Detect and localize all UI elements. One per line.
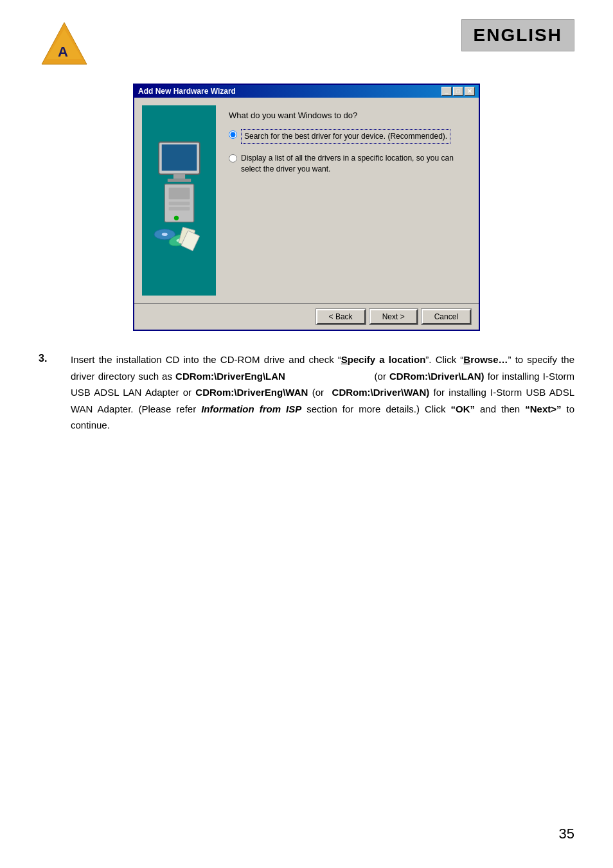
svg-rect-4 — [161, 145, 197, 171]
svg-rect-5 — [173, 174, 184, 179]
dialog-content: What do you want Windows to do? Search f… — [226, 105, 471, 296]
svg-point-13 — [161, 233, 167, 236]
radio-option-list: Display a list of all the drivers in a s… — [229, 153, 468, 175]
svg-point-11 — [173, 216, 178, 220]
close-button[interactable]: ✕ — [465, 87, 475, 96]
titlebar-buttons: _ □ ✕ — [441, 87, 475, 96]
dialog-footer: < Back Next > Cancel — [134, 303, 479, 330]
radio-label-search: Search for the best driver for your devi… — [241, 129, 450, 144]
wizard-illustration — [142, 105, 216, 296]
header: A ENGLISH — [39, 19, 574, 71]
svg-text:A: A — [58, 44, 68, 60]
page-container: A ENGLISH Add New Hardware Wizard _ □ ✕ — [0, 0, 613, 868]
step-text: Insert the installation CD into the CD-R… — [71, 351, 574, 434]
add-hardware-wizard-dialog: Add New Hardware Wizard _ □ ✕ — [133, 84, 480, 331]
computer-svg — [147, 136, 211, 265]
back-button[interactable]: < Back — [316, 309, 366, 324]
cancel-button[interactable]: Cancel — [422, 309, 471, 324]
radio-option-search: Search for the best driver for your devi… — [229, 129, 468, 144]
dialog-wrapper: Add New Hardware Wizard _ □ ✕ — [39, 84, 574, 331]
radio-list[interactable] — [229, 154, 237, 163]
maximize-button[interactable]: □ — [453, 87, 463, 96]
radio-search[interactable] — [229, 130, 237, 139]
page-number: 35 — [559, 826, 574, 842]
next-button[interactable]: Next > — [369, 309, 418, 324]
svg-rect-10 — [168, 207, 190, 210]
radio-label-list: Display a list of all the drivers in a s… — [241, 153, 468, 175]
dialog-body: What do you want Windows to do? Search f… — [134, 98, 479, 303]
step-number: 3. — [39, 351, 58, 434]
dialog-titlebar: Add New Hardware Wizard _ □ ✕ — [134, 85, 479, 98]
step-3-content: 3. Insert the installation CD into the C… — [39, 351, 574, 434]
minimize-button[interactable]: _ — [441, 87, 452, 96]
svg-rect-6 — [167, 179, 190, 182]
svg-rect-8 — [168, 188, 190, 199]
language-badge: ENGLISH — [461, 19, 574, 51]
dialog-title: Add New Hardware Wizard — [138, 87, 236, 96]
svg-rect-9 — [168, 202, 190, 205]
company-logo: A — [39, 19, 90, 71]
dialog-question: What do you want Windows to do? — [229, 111, 468, 120]
